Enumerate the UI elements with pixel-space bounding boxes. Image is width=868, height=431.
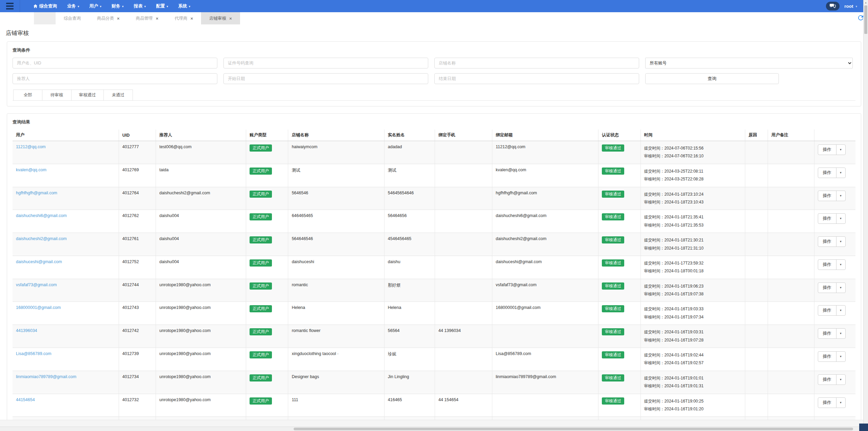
navbar-item-6[interactable]: 配置▾ (151, 0, 173, 12)
action-dropdown-toggle[interactable]: ▼ (836, 191, 845, 201)
sidebar-toggle-button[interactable] (0, 0, 20, 12)
search-button[interactable]: 查询 (645, 73, 779, 84)
navbar-item-label: 综合查询 (39, 3, 57, 9)
user-link[interactable]: daishuceshi@gmail.com (16, 259, 62, 264)
close-icon[interactable]: × (156, 16, 159, 21)
action-button[interactable]: 操作▼ (818, 282, 846, 293)
action-button-label[interactable]: 操作 (818, 260, 836, 270)
user-cell: vsfafaf73@gmail.com (13, 279, 119, 302)
email-cell: Lisa@856789.com (492, 348, 598, 371)
shop-name-cell: xingduoclothing taocool · (288, 348, 384, 371)
filter-tab-2[interactable]: 待审核 (42, 90, 72, 101)
user-link[interactable]: 44154654 (16, 397, 35, 402)
horizontal-scrollbar-thumb[interactable] (294, 428, 853, 430)
action-dropdown-toggle[interactable]: ▼ (836, 168, 845, 178)
user-link[interactable]: 441396034 (16, 328, 37, 333)
real-name-cell: 416465 (384, 394, 435, 417)
tab-label: 代理商 (175, 16, 188, 21)
filter-tab-4[interactable]: 未通过 (104, 90, 133, 101)
cert-number-input[interactable] (223, 58, 428, 68)
action-button-label[interactable]: 操作 (818, 398, 836, 408)
user-link[interactable]: daishucheshi6@gmail.com (16, 213, 67, 218)
action-button[interactable]: 操作▼ (818, 213, 846, 224)
filter-tab-1[interactable]: 全部 (13, 90, 42, 101)
tab-5[interactable]: 店铺审核× (201, 12, 240, 24)
action-dropdown-toggle[interactable]: ▼ (836, 260, 845, 270)
action-button[interactable]: 操作▼ (818, 397, 846, 408)
messages-button[interactable] (826, 2, 840, 11)
navbar-item-label: 配置 (156, 3, 165, 9)
user-link[interactable]: kvalen@qq.com (16, 168, 46, 172)
start-date-input[interactable] (223, 73, 428, 84)
user-link[interactable]: Lisa@856789.com (16, 351, 51, 356)
phone-cell (435, 187, 492, 210)
action-button-label[interactable]: 操作 (818, 237, 836, 247)
action-dropdown-toggle[interactable]: ▼ (836, 237, 845, 247)
uid-cell: 4012734 (119, 371, 156, 394)
action-button-label[interactable]: 操作 (818, 329, 836, 338)
account-type-select[interactable]: 所有账号 (645, 58, 853, 68)
close-icon[interactable]: × (191, 16, 193, 21)
action-button[interactable]: 操作▼ (818, 236, 846, 247)
action-button-label[interactable]: 操作 (818, 306, 836, 315)
scroll-up-arrow-icon[interactable]: ▲ (864, 0, 868, 5)
horizontal-scrollbar[interactable] (0, 427, 863, 431)
action-button[interactable]: 操作▼ (818, 144, 846, 155)
username-uid-input[interactable] (13, 58, 217, 68)
uid-cell: 4012743 (119, 302, 156, 325)
action-button[interactable]: 操作▼ (818, 328, 846, 339)
action-button-label[interactable]: 操作 (818, 352, 836, 361)
column-header-7: 绑定手机 (435, 130, 492, 141)
tab-4[interactable]: 代理商× (166, 12, 201, 24)
vertical-scrollbar-thumb[interactable] (864, 5, 867, 34)
user-link[interactable]: daishucheshi2@gmail.com (16, 236, 67, 241)
user-link[interactable]: hgfhfhgfh@gmail.com (16, 191, 57, 195)
vertical-scrollbar[interactable]: ▲ ▼ (863, 0, 868, 427)
action-dropdown-toggle[interactable]: ▼ (836, 145, 845, 155)
navbar-item-3[interactable]: 用户▾ (84, 0, 107, 12)
status-badge: 审核通过 (602, 191, 624, 198)
end-date-input[interactable] (434, 73, 639, 84)
navbar-item-1[interactable]: 综合查询 (28, 0, 62, 12)
action-dropdown-toggle[interactable]: ▼ (836, 306, 845, 315)
action-dropdown-toggle[interactable]: ▼ (836, 375, 845, 385)
user-link[interactable]: 11212@qq.com (16, 144, 46, 149)
close-icon[interactable]: × (117, 16, 120, 21)
email-cell: vsfafaf73@gmail.com (492, 279, 598, 302)
action-button[interactable]: 操作▼ (818, 191, 846, 201)
tab-1[interactable]: 综合查询 (56, 12, 89, 24)
action-button-label[interactable]: 操作 (818, 145, 836, 155)
tab-3[interactable]: 商品管理× (128, 12, 167, 24)
navbar-item-5[interactable]: 报表▾ (129, 0, 151, 12)
action-button[interactable]: 操作▼ (818, 374, 846, 385)
action-dropdown-toggle[interactable]: ▼ (836, 214, 845, 223)
action-button[interactable]: 操作▼ (818, 305, 846, 316)
action-button-label[interactable]: 操作 (818, 375, 836, 385)
bottom-right-corner-widget[interactable] (859, 424, 868, 431)
action-button[interactable]: 操作▼ (818, 351, 846, 362)
action-dropdown-toggle[interactable]: ▼ (836, 398, 845, 408)
reason-cell (745, 141, 768, 164)
action-button-label[interactable]: 操作 (818, 214, 836, 223)
navbar-item-4[interactable]: 财务▾ (106, 0, 129, 12)
action-button[interactable]: 操作▼ (818, 259, 846, 270)
action-button[interactable]: 操作▼ (818, 168, 846, 178)
referrer-input[interactable] (13, 73, 217, 84)
action-dropdown-toggle[interactable]: ▼ (836, 329, 845, 338)
user-menu[interactable]: root ▾ (844, 4, 857, 9)
user-link[interactable]: vsfafaf73@gmail.com (16, 282, 57, 287)
navbar-item-2[interactable]: 业务▾ (62, 0, 84, 12)
navbar-item-7[interactable]: 系统▾ (173, 0, 196, 12)
user-link[interactable]: 168000001@gmail.com (16, 305, 61, 310)
action-button-label[interactable]: 操作 (818, 283, 836, 293)
action-button-label[interactable]: 操作 (818, 191, 836, 201)
user-link[interactable]: linmiaomiao789789@gmail.com (16, 374, 76, 379)
account-type-cell: 正式用户 (246, 233, 288, 256)
shop-name-input[interactable] (434, 58, 639, 68)
action-button-label[interactable]: 操作 (818, 168, 836, 178)
action-dropdown-toggle[interactable]: ▼ (836, 352, 845, 361)
tab-2[interactable]: 商品分类× (89, 12, 128, 24)
filter-tab-3[interactable]: 审核通过 (72, 90, 104, 101)
action-dropdown-toggle[interactable]: ▼ (836, 283, 845, 293)
close-icon[interactable]: × (229, 16, 232, 21)
